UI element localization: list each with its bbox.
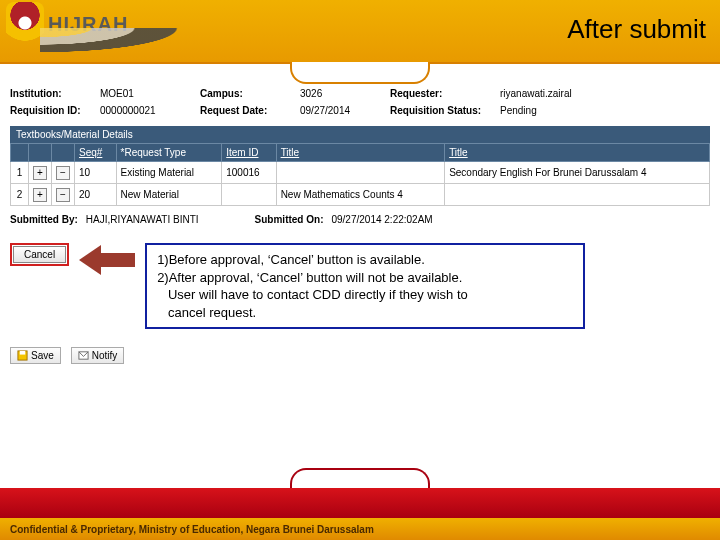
reqid-label: Requisition ID: <box>10 105 90 116</box>
cell-item <box>222 184 276 206</box>
notify-icon <box>78 350 89 361</box>
status-value: Pending <box>500 105 620 116</box>
note-line: 1)Before approval, ‘Cancel’ button is av… <box>157 251 573 269</box>
cell-title1: New Mathematics Counts 4 <box>276 184 445 206</box>
save-button[interactable]: Save <box>10 347 61 364</box>
footer-gold-bar: Confidential & Proprietary, Ministry of … <box>0 518 720 540</box>
submitted-row: Submitted By: HAJI,RIYANAWATI BINTI Subm… <box>10 214 710 225</box>
remove-row-icon[interactable]: − <box>56 166 70 180</box>
note-line: User will have to contact CDD directly i… <box>157 286 573 304</box>
cell-item: 100016 <box>222 162 276 184</box>
cell-rtype: Existing Material <box>116 162 222 184</box>
note-line: 2)After approval, ‘Cancel’ button will n… <box>157 269 573 287</box>
note-line: cancel request. <box>157 304 573 322</box>
requester-label: Requester: <box>390 88 490 99</box>
table-row: 1 + − 10 Existing Material 100016 Second… <box>11 162 710 184</box>
row-num: 2 <box>11 184 29 206</box>
footer: Confidential & Proprietary, Ministry of … <box>0 488 720 540</box>
page-title: After submit <box>567 14 706 45</box>
cell-seq: 10 <box>75 162 117 184</box>
section-title: Textbooks/Material Details <box>10 126 710 143</box>
notify-label: Notify <box>92 350 118 361</box>
save-icon <box>17 350 28 361</box>
reqdate-value: 09/27/2014 <box>300 105 380 116</box>
reqid-value: 0000000021 <box>100 105 190 116</box>
campus-label: Campus: <box>200 88 290 99</box>
cell-rtype: New Material <box>116 184 222 206</box>
save-label: Save <box>31 350 54 361</box>
col-seq[interactable]: Seq# <box>75 144 117 162</box>
table-header-row: Seq# *Request Type Item ID Title Title <box>11 144 710 162</box>
col-rtype: *Request Type <box>116 144 222 162</box>
row-num: 1 <box>11 162 29 184</box>
col-title1[interactable]: Title <box>276 144 445 162</box>
remove-row-icon[interactable]: − <box>56 188 70 202</box>
content-area: Institution: MOE01 Campus: 3026 Requeste… <box>0 64 720 364</box>
col-title2[interactable]: Title <box>445 144 710 162</box>
cancel-button[interactable]: Cancel <box>13 246 66 263</box>
toolbar: Save Notify <box>10 347 710 364</box>
details-table: Seq# *Request Type Item ID Title Title 1… <box>10 143 710 206</box>
institution-label: Institution: <box>10 88 90 99</box>
table-row: 2 + − 20 New Material New Mathematics Co… <box>11 184 710 206</box>
requester-value: riyanawati.zairal <box>500 88 620 99</box>
submitted-on-value: 09/27/2014 2:22:02AM <box>331 214 432 225</box>
submitted-by-value: HAJI,RIYANAWATI BINTI <box>86 214 199 225</box>
cell-title2 <box>445 184 710 206</box>
cell-title2: Secondary English For Brunei Darussalam … <box>445 162 710 184</box>
cancel-highlight: Cancel <box>10 243 69 266</box>
annotation-box: 1)Before approval, ‘Cancel’ button is av… <box>145 243 585 329</box>
arrow-icon <box>79 245 135 275</box>
svg-rect-1 <box>20 351 26 355</box>
campus-value: 3026 <box>300 88 380 99</box>
notify-button[interactable]: Notify <box>71 347 125 364</box>
add-row-icon[interactable]: + <box>33 166 47 180</box>
header-bar: HIJRAH After submit <box>0 0 720 64</box>
reqdate-label: Request Date: <box>200 105 290 116</box>
field-grid: Institution: MOE01 Campus: 3026 Requeste… <box>10 88 710 116</box>
col-item[interactable]: Item ID <box>222 144 276 162</box>
footer-text: Confidential & Proprietary, Ministry of … <box>10 524 374 535</box>
submitted-on-label: Submitted On: <box>255 214 324 225</box>
swoosh-graphic <box>40 28 210 58</box>
footer-red-bar <box>0 488 720 518</box>
crest-icon <box>6 2 44 46</box>
footer-notch <box>290 468 430 488</box>
cell-title1 <box>276 162 445 184</box>
submitted-by-label: Submitted By: <box>10 214 78 225</box>
add-row-icon[interactable]: + <box>33 188 47 202</box>
institution-value: MOE01 <box>100 88 190 99</box>
status-label: Requisition Status: <box>390 105 490 116</box>
cell-seq: 20 <box>75 184 117 206</box>
header-notch <box>290 62 430 84</box>
